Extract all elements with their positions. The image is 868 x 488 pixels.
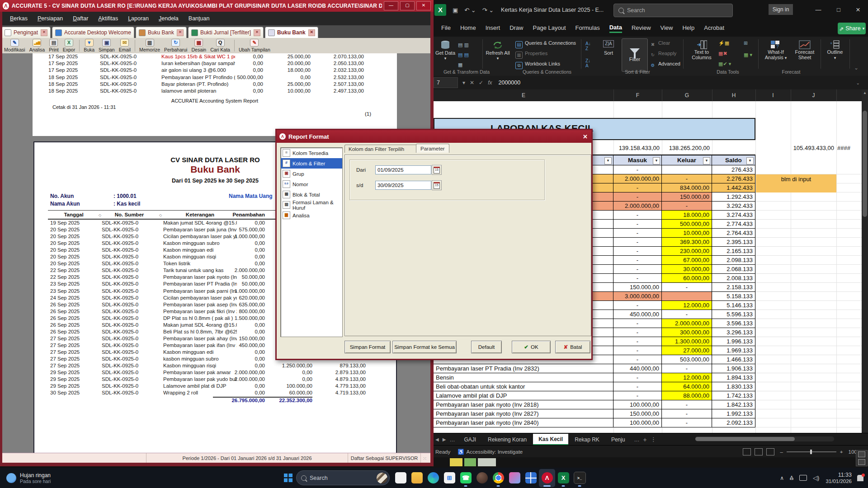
- cell-f[interactable]: 150.000,00: [613, 409, 662, 418]
- cell-f[interactable]: -: [613, 183, 662, 192]
- tab-close-icon[interactable]: ✕: [254, 29, 260, 36]
- doc-tab-accurate-desktop-welcome[interactable]: Accurate Desktop Welcome: [52, 27, 134, 38]
- whatsapp-icon[interactable]: ☎: [458, 469, 474, 487]
- collapse-ribbon-icon[interactable]: ⌄: [854, 65, 859, 71]
- report-row[interactable]: 17 Sep 2025SDL-KK-0925-0Kaus 1pcs 15rb &…: [33, 54, 397, 61]
- cell-f[interactable]: 3.000.000,00: [613, 292, 662, 301]
- nav-nomor[interactable]: 0.0Nomor: [281, 179, 342, 189]
- cast-screen-icon[interactable]: [799, 475, 807, 481]
- report-row[interactable]: 29 Sep 2025SDL-KK-0925-0Lalamove ambil p…: [34, 383, 396, 390]
- modifikasi-button[interactable]: ✎Modifikasi: [4, 39, 25, 52]
- consolidate-icon[interactable]: ⊞: [744, 40, 748, 46]
- cell-e[interactable]: Pembayaran laser PT Pradia (Inv 2832): [434, 364, 613, 373]
- sort-za-icon[interactable]: Z↓A: [585, 58, 590, 68]
- cell-h[interactable]: 3.296.133: [712, 328, 755, 337]
- redo-icon[interactable]: ↷ ⌄: [482, 7, 494, 14]
- scrollbar-thumb[interactable]: [863, 111, 867, 217]
- cari-kata-button[interactable]: QCari Kata: [210, 39, 230, 52]
- ribbon-tab-review[interactable]: Review: [632, 24, 651, 32]
- report-row[interactable]: 29 Sep 2025SDL-KK-0925-0Pembayaran laser…: [34, 376, 396, 384]
- cell-g[interactable]: 369.300,00: [662, 238, 712, 247]
- report-row[interactable]: 30 Sep 2025SDL-KK-0925-0Wrapping 2 roll0…: [34, 390, 396, 397]
- namebox-dropdown-icon[interactable]: ▾: [462, 80, 465, 86]
- cell-g[interactable]: -: [662, 202, 712, 211]
- cell-f[interactable]: -: [613, 301, 662, 310]
- maximize-button[interactable]: ▢: [400, 1, 415, 10]
- menu-jendela[interactable]: Jendela: [159, 15, 179, 22]
- cell-e[interactable]: Bensin: [434, 373, 613, 382]
- from-text-icon[interactable]: ▤ ▥: [458, 42, 469, 48]
- cancel-icon[interactable]: ✕: [470, 80, 474, 86]
- email-button[interactable]: ✉Email: [119, 39, 131, 52]
- tab-close-icon[interactable]: ✕: [41, 29, 47, 36]
- flash-fill-icon[interactable]: ⚡▦: [718, 40, 729, 46]
- store-icon[interactable]: ⊞: [441, 469, 458, 487]
- forecast-sheet-button[interactable]: Forecast Sheet: [792, 40, 818, 60]
- simpan-button[interactable]: ▣Simpan: [99, 39, 115, 52]
- memorize-button[interactable]: ▥Memorize: [139, 39, 160, 52]
- ribbon-tab-page-layout[interactable]: Page Layout: [533, 24, 566, 32]
- cell-f[interactable]: -: [613, 165, 662, 174]
- cell-g[interactable]: 12.000,00: [662, 301, 712, 310]
- print-button[interactable]: ▤Print: [49, 39, 59, 52]
- sheet-menu-icon[interactable]: ⋮: [651, 436, 656, 443]
- cell-h[interactable]: 5.158.133: [712, 292, 755, 301]
- ubah-tampilan-button[interactable]: ✎Ubah Tampilan: [239, 39, 270, 52]
- cell-g[interactable]: 834.000,00: [662, 183, 712, 192]
- cell-h[interactable]: 3.292.433: [712, 202, 755, 211]
- report-row[interactable]: 17 Sep 2025SDL-KK-0925-0Iuran kebersihan…: [33, 61, 397, 68]
- data-validation-icon[interactable]: ▦✔ ▾: [718, 61, 731, 67]
- zoom-slider[interactable]: [787, 451, 836, 452]
- ribbon-tab-file[interactable]: File: [441, 24, 451, 32]
- sd-date-input[interactable]: 30/09/2025: [375, 181, 431, 190]
- sheet-tab-rekening-koran[interactable]: Rekening Koran: [482, 434, 532, 445]
- from-web-icon[interactable]: ▤ ▤: [458, 52, 469, 58]
- page-layout-view-icon[interactable]: [755, 448, 763, 455]
- cell-g[interactable]: 64.000,00: [662, 382, 712, 391]
- cell-h[interactable]: 2.068.133: [712, 265, 755, 274]
- cell-f[interactable]: 440.000,00: [613, 364, 662, 373]
- sheet-row[interactable]: Bensin-12.000,001.894.133: [434, 373, 755, 382]
- cell-g[interactable]: -: [662, 364, 712, 373]
- column-header-F[interactable]: F: [613, 89, 662, 101]
- page-break-view-icon[interactable]: [766, 448, 774, 455]
- cell-g[interactable]: -: [662, 409, 712, 418]
- nav-kolom-tersedia[interactable]: ≡Kolom Tersedia: [281, 148, 342, 158]
- nav-blok-total[interactable]: ▦Blok & Total: [281, 189, 342, 200]
- excel-search-box[interactable]: Search: [613, 4, 733, 17]
- cell-g[interactable]: -: [662, 283, 712, 292]
- cell-f[interactable]: -: [613, 229, 662, 238]
- cell-g[interactable]: [662, 165, 712, 174]
- menu-berkas[interactable]: Berkas: [10, 15, 28, 22]
- column-header-E[interactable]: E: [434, 89, 614, 101]
- cell-f[interactable]: -: [613, 346, 662, 355]
- cell-f[interactable]: -: [613, 355, 662, 364]
- formula-value[interactable]: 2000000: [499, 80, 521, 86]
- cell-g[interactable]: -: [662, 400, 712, 409]
- ribbon-tab-draw[interactable]: Draw: [509, 24, 523, 32]
- remove-duplicates-icon[interactable]: ▦✖: [718, 51, 727, 56]
- cell-h[interactable]: 1.996.133: [712, 337, 755, 346]
- cell-h[interactable]: 2.276.433: [712, 174, 755, 183]
- notification-off-icon[interactable]: Δ: [790, 475, 793, 481]
- accurate-icon[interactable]: Λ: [539, 469, 555, 487]
- cell-g[interactable]: 2.000.000,00: [662, 319, 712, 328]
- report-row[interactable]: 18 Sep 2025SDL-KK-0925-0Bayar ploteran (…: [33, 81, 397, 89]
- excel-app-icon[interactable]: X: [434, 4, 446, 16]
- excel-icon[interactable]: X: [555, 469, 571, 487]
- cell-g[interactable]: 18.000,00: [662, 211, 712, 220]
- cell-f[interactable]: -: [613, 265, 662, 274]
- cell-e[interactable]: Lalamove ambil plat di DJP: [434, 391, 613, 400]
- sheet-row[interactable]: Lalamove ambil plat di DJP-88.000,001.74…: [434, 391, 755, 400]
- simpan-format-ke-semua-button[interactable]: Simpan Format ke Semua: [392, 341, 457, 353]
- cell-f[interactable]: -: [613, 256, 662, 265]
- cell-f[interactable]: 450.000,00: [613, 310, 662, 319]
- enter-icon[interactable]: ✓: [479, 80, 483, 86]
- col-header-sumber[interactable]: No. Sumber: [102, 212, 157, 217]
- cell-h[interactable]: 2.764.433: [712, 229, 755, 238]
- taskbar-search[interactable]: Search: [296, 470, 390, 485]
- properties-button[interactable]: ▦Properties: [515, 51, 547, 59]
- analisa-button[interactable]: ▂▅▇Analisa: [29, 39, 45, 52]
- cell-f[interactable]: 150.000,00: [613, 283, 662, 292]
- cell-f[interactable]: -: [613, 220, 662, 229]
